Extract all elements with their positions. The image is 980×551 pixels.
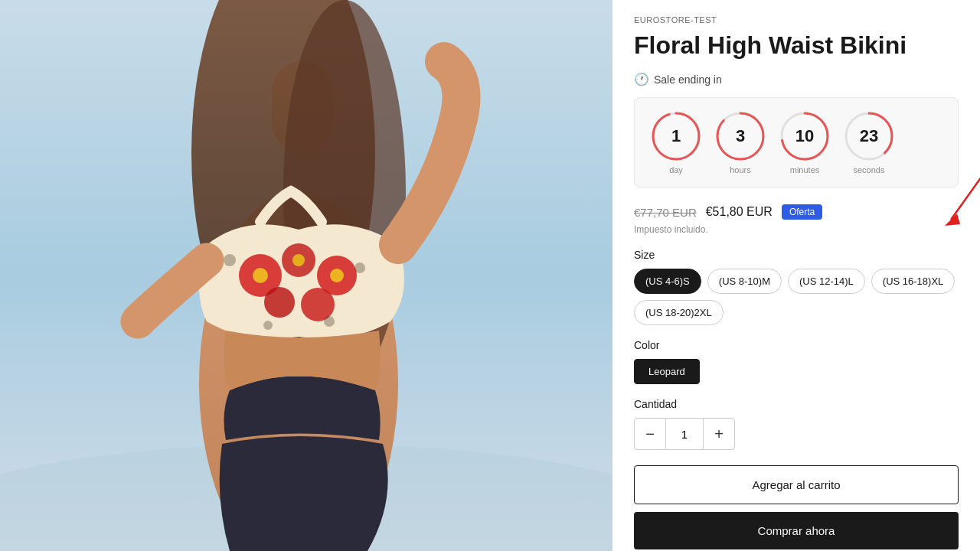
quantity-decrease-button[interactable]: − bbox=[635, 419, 665, 449]
countdown-seconds-label: seconds bbox=[854, 165, 885, 174]
size-options: (US 4-6)S (US 8-10)M (US 12-14)L (US 16-… bbox=[634, 269, 959, 325]
quantity-row: − 1 + bbox=[634, 418, 735, 450]
countdown-circle-minutes: 10 bbox=[779, 110, 831, 162]
countdown-day: 1 day bbox=[650, 110, 702, 174]
svg-point-11 bbox=[253, 268, 268, 283]
clock-icon: 🕐 bbox=[634, 72, 649, 86]
size-btn-2xl[interactable]: (US 18-20)2XL bbox=[634, 300, 724, 325]
countdown-seconds: 23 seconds bbox=[843, 110, 895, 174]
countdown-hours: 3 hours bbox=[714, 110, 766, 174]
svg-point-17 bbox=[324, 316, 335, 327]
countdown-circle-day: 1 bbox=[650, 110, 702, 162]
store-name: EUROSTORE-TEST bbox=[634, 15, 959, 24]
add-to-cart-button[interactable]: Agregar al carrito bbox=[634, 465, 959, 504]
svg-point-9 bbox=[264, 287, 295, 318]
countdown-day-value: 1 bbox=[671, 126, 681, 146]
quantity-value: 1 bbox=[665, 419, 704, 449]
sale-badge: Oferta bbox=[782, 204, 822, 220]
countdown-minutes-value: 10 bbox=[795, 126, 814, 146]
countdown-minutes-label: minutes bbox=[790, 165, 820, 174]
sale-ending-label: 🕐 Sale ending in bbox=[634, 72, 959, 86]
size-btn-s[interactable]: (US 4-6)S bbox=[634, 269, 701, 294]
color-options: Leopard bbox=[634, 359, 959, 384]
svg-point-15 bbox=[354, 262, 365, 273]
original-price: €77,70 EUR bbox=[634, 206, 697, 219]
color-btn-leopard[interactable]: Leopard bbox=[634, 359, 700, 384]
sale-price: €51,80 EUR bbox=[706, 205, 773, 219]
tax-note: Impuesto incluido. bbox=[634, 224, 959, 235]
size-btn-l[interactable]: (US 12-14)L bbox=[788, 269, 865, 294]
svg-point-14 bbox=[224, 254, 236, 266]
countdown-day-label: day bbox=[669, 165, 683, 174]
quantity-label: Cantidad bbox=[634, 398, 959, 410]
size-label: Size bbox=[634, 249, 959, 261]
product-image-panel bbox=[0, 0, 612, 551]
buy-now-button[interactable]: Comprar ahora bbox=[634, 512, 959, 549]
size-btn-xl[interactable]: (US 16-18)XL bbox=[871, 269, 955, 294]
countdown-wrapper: 1 day 3 hours bbox=[634, 97, 959, 187]
countdown-seconds-value: 23 bbox=[860, 126, 878, 146]
countdown-hours-label: hours bbox=[730, 165, 751, 174]
svg-point-12 bbox=[292, 254, 305, 266]
countdown-container: 1 day 3 hours bbox=[634, 97, 959, 187]
svg-point-16 bbox=[263, 321, 273, 330]
svg-point-13 bbox=[330, 269, 344, 282]
countdown-hours-value: 3 bbox=[736, 126, 745, 146]
countdown-circle-seconds: 23 bbox=[843, 110, 895, 162]
size-btn-m[interactable]: (US 8-10)M bbox=[707, 269, 782, 294]
quantity-increase-button[interactable]: + bbox=[704, 419, 734, 449]
countdown-circle-hours: 3 bbox=[714, 110, 766, 162]
countdown-minutes: 10 minutes bbox=[779, 110, 831, 174]
color-label: Color bbox=[634, 339, 959, 351]
product-panel: EUROSTORE-TEST Floral High Waist Bikini … bbox=[612, 0, 980, 551]
product-image bbox=[0, 0, 612, 551]
price-row: €77,70 EUR €51,80 EUR Oferta bbox=[634, 204, 959, 220]
product-title: Floral High Waist Bikini bbox=[634, 31, 959, 60]
